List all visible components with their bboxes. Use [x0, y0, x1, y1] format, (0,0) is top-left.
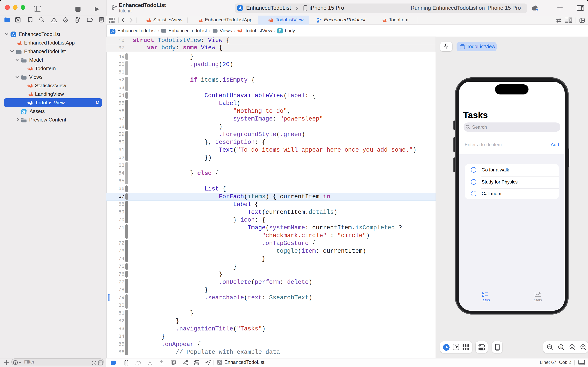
svg-text:P: P [279, 29, 281, 33]
svg-text:1: 1 [560, 345, 562, 348]
